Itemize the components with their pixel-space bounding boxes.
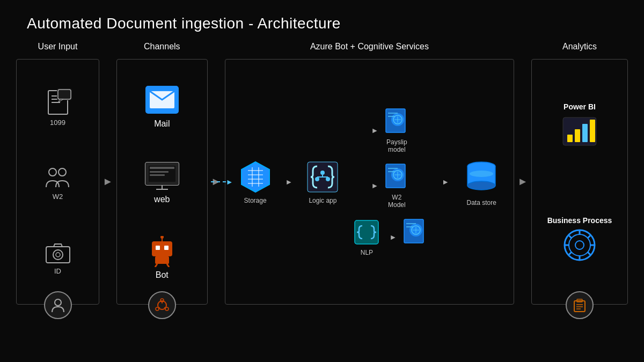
arrow-1: ► bbox=[99, 175, 116, 188]
data-store-item: Data store bbox=[462, 158, 501, 206]
user-input-section: User Input 1099 bbox=[16, 42, 99, 305]
payslip-row: ► bbox=[371, 108, 411, 153]
form-id-icon bbox=[44, 241, 72, 265]
svg-rect-29 bbox=[155, 256, 169, 264]
label-1099: 1099 bbox=[50, 119, 65, 127]
mail-icon bbox=[143, 84, 181, 116]
dashed-connector: ► bbox=[211, 178, 233, 186]
arrow-3: ► bbox=[514, 175, 531, 188]
channels-title: Channels bbox=[144, 42, 180, 51]
svg-rect-85 bbox=[575, 129, 580, 142]
w2-model-label: W2Model bbox=[388, 194, 406, 209]
arrow-to-payslip: ► bbox=[371, 126, 378, 135]
logic-app-icon bbox=[305, 160, 340, 194]
azure-logic-app-item: Logic app bbox=[305, 160, 340, 204]
svg-point-79 bbox=[467, 181, 495, 190]
business-process-label: Business Process bbox=[547, 216, 612, 225]
mail-label: Mail bbox=[154, 119, 170, 129]
svg-rect-25 bbox=[156, 246, 160, 250]
bot-icon bbox=[148, 236, 177, 267]
analytics-box: Power BI Business Process bbox=[531, 59, 628, 305]
web-label: web bbox=[154, 195, 170, 204]
analytics-bottom-icon bbox=[566, 291, 594, 319]
models-column: ► bbox=[353, 108, 429, 256]
page-container: Automated Document ingestion - Architect… bbox=[0, 0, 644, 305]
svg-point-34 bbox=[156, 307, 159, 311]
network-icon bbox=[154, 297, 170, 313]
svg-point-35 bbox=[165, 307, 169, 311]
channels-box: Mail ► bbox=[116, 59, 208, 305]
nlp-col: NLP ► bbox=[353, 218, 429, 256]
svg-point-98 bbox=[575, 241, 584, 249]
svg-rect-9 bbox=[46, 247, 70, 263]
payslip-model-label: Payslipmodel bbox=[386, 138, 407, 153]
svg-point-8 bbox=[58, 168, 66, 176]
azure-bot-section: Azure Bot + Cognitive Services bbox=[225, 42, 515, 305]
bot-label: Bot bbox=[156, 270, 169, 280]
form-1099-icon bbox=[44, 88, 72, 116]
logic-app-label: Logic app bbox=[309, 197, 336, 204]
channels-bottom-icon bbox=[148, 291, 176, 319]
arrow-to-w2: ► bbox=[371, 181, 378, 190]
user-input-title: User Input bbox=[38, 42, 78, 51]
svg-point-28 bbox=[160, 236, 164, 239]
main-title: Automated Document ingestion - Architect… bbox=[0, 0, 644, 42]
power-bi-label: Power BI bbox=[564, 102, 596, 111]
label-w2: W2 bbox=[53, 193, 63, 201]
analytics-title: Analytics bbox=[562, 42, 597, 51]
channels-section: Channels Mail ► bbox=[116, 42, 208, 305]
azure-bot-title: Azure Bot + Cognitive Services bbox=[310, 42, 429, 51]
clipboard-icon bbox=[572, 298, 587, 313]
nlp-label: NLP bbox=[361, 249, 373, 256]
user-bottom-icon bbox=[44, 291, 72, 319]
w2-model-icon bbox=[383, 163, 411, 191]
svg-rect-4 bbox=[57, 88, 72, 100]
analytics-section: Analytics Power BI Busines bbox=[531, 42, 628, 305]
data-store-icon bbox=[462, 158, 501, 196]
svg-rect-19 bbox=[150, 167, 174, 169]
web-icon bbox=[143, 160, 181, 191]
svg-line-95 bbox=[588, 252, 591, 255]
payslip-model-item: Payslipmodel bbox=[383, 108, 411, 153]
svg-line-30 bbox=[155, 264, 157, 267]
svg-line-97 bbox=[568, 252, 572, 255]
user-icon bbox=[50, 297, 66, 313]
id-model-icon bbox=[401, 218, 429, 246]
user-input-box: 1099 W2 bbox=[16, 59, 99, 305]
svg-rect-26 bbox=[164, 246, 169, 250]
azure-bot-box: Storage ► bbox=[225, 59, 515, 305]
id-model-label bbox=[414, 249, 416, 256]
w2-row: ► bbox=[371, 163, 411, 209]
svg-rect-84 bbox=[567, 135, 573, 142]
storage-label: Storage bbox=[244, 197, 267, 204]
doc-item-w2: W2 bbox=[44, 167, 72, 201]
svg-point-10 bbox=[53, 250, 63, 260]
architecture-container: User Input 1099 bbox=[0, 42, 644, 305]
storage-icon bbox=[238, 160, 273, 194]
svg-point-11 bbox=[56, 253, 60, 257]
arrow-from-nlp: ► bbox=[389, 233, 397, 241]
svg-rect-24 bbox=[152, 241, 172, 256]
doc-item-1099: 1099 bbox=[44, 88, 72, 127]
svg-line-31 bbox=[167, 264, 169, 267]
payslip-model-icon bbox=[383, 108, 411, 136]
svg-rect-20 bbox=[150, 171, 169, 173]
data-store-label: Data store bbox=[466, 199, 496, 206]
azure-inner: Storage ► bbox=[232, 68, 508, 295]
label-id: ID bbox=[54, 267, 61, 275]
svg-point-7 bbox=[49, 168, 56, 176]
arrow-storage-logic: ► bbox=[286, 178, 293, 186]
svg-rect-86 bbox=[582, 124, 588, 142]
svg-rect-87 bbox=[590, 120, 595, 142]
svg-rect-99 bbox=[574, 301, 585, 312]
svg-point-47 bbox=[320, 171, 325, 175]
business-process-item: Business Process bbox=[547, 216, 612, 261]
nlp-item: NLP bbox=[353, 218, 380, 256]
svg-point-12 bbox=[55, 299, 61, 306]
nlp-icon bbox=[353, 218, 380, 246]
business-process-icon bbox=[561, 229, 598, 261]
azure-storage-item: Storage bbox=[238, 160, 273, 204]
power-bi-icon bbox=[561, 115, 598, 147]
svg-marker-39 bbox=[241, 162, 269, 192]
arrow-to-datastore: ► bbox=[442, 178, 449, 186]
